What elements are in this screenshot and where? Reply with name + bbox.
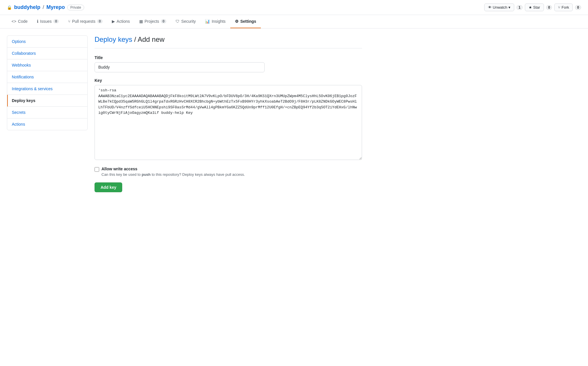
fork-button[interactable]: ⑂ Fork — [554, 3, 573, 11]
tab-insights[interactable]: 📊 Insights — [200, 15, 230, 28]
allow-write-description: Can this key be used to push to this rep… — [101, 172, 245, 177]
sidebar-item-integrations[interactable]: Integrations & services — [7, 83, 87, 95]
projects-badge: 0 — [161, 19, 166, 23]
settings-icon: ⚙ — [235, 19, 239, 24]
sidebar-item-deploy-keys[interactable]: Deploy keys — [7, 95, 87, 107]
separator: / — [43, 4, 44, 10]
sidebar-item-collaborators[interactable]: Collaborators — [7, 48, 87, 59]
page-heading: Deploy keys / Add new — [95, 35, 362, 48]
unwatch-label: Unwatch — [493, 5, 508, 10]
pr-badge: 0 — [97, 19, 103, 23]
repo-title: 🔒 buddyhelp / Myrepo Private — [7, 4, 84, 10]
add-key-button[interactable]: Add key — [95, 182, 122, 192]
unwatch-button[interactable]: 👁 Unwatch ▾ — [484, 3, 514, 11]
star-count: 0 — [546, 5, 552, 10]
star-icon: ★ — [529, 5, 532, 10]
pr-icon: ⑂ — [68, 19, 70, 24]
projects-icon: ▦ — [139, 19, 143, 24]
key-form-group: Key 'ssh-rsa AAWAB3NzaC1yc2EAAAADAQABAAA… — [95, 78, 362, 161]
key-label: Key — [95, 78, 362, 83]
allow-write-row: Allow write access Can this key be used … — [95, 167, 362, 177]
actions-icon: ▶ — [112, 19, 115, 24]
sidebar-item-secrets[interactable]: Secrets — [7, 107, 87, 118]
sidebar-item-webhooks[interactable]: Webhooks — [7, 59, 87, 71]
eye-icon: 👁 — [488, 5, 492, 10]
nav-tabs: <> Code ℹ Issues 0 ⑂ Pull requests 0 ▶ A… — [0, 15, 588, 29]
tab-code[interactable]: <> Code — [7, 15, 32, 28]
push-bold: push — [142, 172, 150, 177]
sidebar-item-actions[interactable]: Actions — [7, 118, 87, 130]
allow-write-label-area: Allow write access Can this key be used … — [101, 167, 245, 177]
fork-count: 0 — [575, 5, 581, 10]
key-textarea[interactable]: 'ssh-rsa AAWAB3NzaC1yc2EAAAADAQABAAABAQD… — [95, 85, 362, 160]
lock-icon: 🔒 — [7, 5, 12, 10]
header-actions: 👁 Unwatch ▾ 1 ★ Star 0 ⑂ Fork 0 — [484, 3, 581, 11]
issues-icon: ℹ — [37, 19, 38, 24]
breadcrumb-separator: / Add new — [134, 35, 164, 43]
private-badge: Private — [67, 5, 84, 10]
top-header: 🔒 buddyhelp / Myrepo Private 👁 Unwatch ▾… — [0, 0, 588, 15]
tab-pull-requests[interactable]: ⑂ Pull requests 0 — [63, 15, 107, 28]
security-icon: 🛡 — [176, 19, 180, 24]
insights-icon: 📊 — [205, 19, 210, 24]
star-button[interactable]: ★ Star — [525, 3, 544, 11]
tab-actions[interactable]: ▶ Actions — [107, 15, 135, 28]
tab-issues[interactable]: ℹ Issues 0 — [32, 15, 63, 28]
owner-link[interactable]: buddyhelp — [14, 4, 40, 10]
allow-write-checkbox[interactable] — [95, 167, 99, 172]
unwatch-count: 1 — [517, 5, 523, 10]
star-label: Star — [533, 5, 540, 10]
tab-security[interactable]: 🛡 Security — [171, 15, 201, 28]
fork-label: Fork — [561, 5, 569, 10]
unwatch-dropdown-icon: ▾ — [508, 5, 510, 10]
code-icon: <> — [12, 19, 16, 24]
tab-projects[interactable]: ▦ Projects 0 — [135, 15, 171, 28]
tab-settings[interactable]: ⚙ Settings — [230, 15, 261, 28]
sidebar-item-notifications[interactable]: Notifications — [7, 71, 87, 83]
content-area: Deploy keys / Add new Title Key 'ssh-rsa… — [95, 35, 362, 192]
sidebar: Options Collaborators Webhooks Notificat… — [7, 35, 88, 130]
allow-write-strong: Allow write access — [101, 167, 137, 171]
main-container: Options Collaborators Webhooks Notificat… — [0, 29, 369, 199]
title-input[interactable] — [95, 62, 265, 72]
allow-write-label[interactable]: Allow write access — [101, 167, 137, 171]
title-form-group: Title — [95, 55, 362, 72]
issues-badge: 0 — [53, 19, 59, 23]
breadcrumb-link[interactable]: Deploy keys — [95, 35, 132, 43]
fork-icon: ⑂ — [558, 5, 560, 10]
repo-link[interactable]: Myrepo — [46, 4, 65, 10]
title-label: Title — [95, 55, 362, 60]
sidebar-item-options[interactable]: Options — [7, 36, 87, 48]
